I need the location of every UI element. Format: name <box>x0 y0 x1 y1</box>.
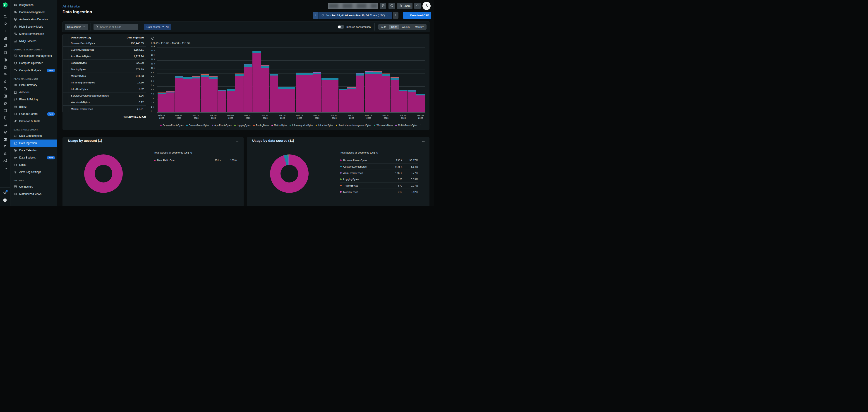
table-row[interactable]: LoggingBytes825.90 <box>63 60 146 66</box>
home-icon[interactable] <box>3 22 7 26</box>
segment-row-metricsbytes[interactable]: MetricsBytes3120.12% <box>340 189 418 195</box>
ingestion-bar-chart[interactable] <box>157 47 425 112</box>
sidebar-item-integrations[interactable]: Integrations <box>10 1 57 9</box>
bar-mar-22[interactable] <box>347 87 356 112</box>
legend-scroll-chevron-right-icon[interactable] <box>420 124 422 127</box>
chart-options-menu[interactable] <box>422 36 425 41</box>
bar-mar-14[interactable] <box>278 87 287 112</box>
sidebar-item-data-ingestion[interactable]: Data Ingestion <box>10 139 57 147</box>
legend-item-servicelevelsmanagementbytes[interactable]: ServiceLevelsManagementBytes <box>336 124 372 127</box>
table-row[interactable]: TracingBytes671.79 <box>63 66 146 73</box>
bar-mar-08[interactable] <box>227 89 235 112</box>
bar-mar-11[interactable] <box>252 50 261 112</box>
bar-mar-24[interactable] <box>365 71 373 112</box>
screen-cast-icon[interactable] <box>3 137 7 142</box>
legend-item-apmeventsbytes[interactable]: ApmEventsBytes <box>212 124 231 127</box>
sidebar-item-materialized-views[interactable]: Materialized views <box>10 191 57 198</box>
bar-mar-30[interactable] <box>416 94 425 112</box>
segment-row-tracingbytes[interactable]: TracingBytes6720.27% <box>340 182 418 189</box>
time-range-previous-button[interactable] <box>313 12 318 19</box>
browser-window-icon[interactable] <box>3 108 7 113</box>
bar-mar-25[interactable] <box>373 71 382 112</box>
legend-item-browsereventsbytes[interactable]: BrowserEventsBytes <box>160 124 184 127</box>
bar-feb-28[interactable] <box>158 93 166 112</box>
breadcrumb[interactable]: Administration <box>62 5 80 8</box>
document-icon[interactable] <box>3 65 7 69</box>
bar-mar-13[interactable] <box>270 74 278 112</box>
bar-mar-07[interactable] <box>218 90 226 112</box>
account-card-options-menu[interactable] <box>236 139 240 144</box>
announcements-icon[interactable] <box>3 191 7 195</box>
data-source-dropdown[interactable]: Data source <box>65 24 88 30</box>
sidebar-item-consumption-management[interactable]: Consumption Management <box>10 52 57 60</box>
legend-item-customeventsbytes[interactable]: CustomEventsBytes <box>186 124 209 127</box>
apps-grid-icon[interactable] <box>3 36 7 40</box>
legend-item-tracingbytes[interactable]: TracingBytes <box>253 124 269 127</box>
layers-icon[interactable] <box>3 130 7 134</box>
info-icon[interactable] <box>151 37 154 41</box>
copy-link-button[interactable] <box>414 3 421 9</box>
columns-icon[interactable] <box>3 94 7 98</box>
sidebar-item-previews-trials[interactable]: Previews & Trials <box>10 117 57 125</box>
bar-mar-06[interactable] <box>209 76 218 112</box>
segment-row-new-relic-one[interactable]: New Relic One251 k100% <box>154 157 237 164</box>
sidebar-item-authentication-domains[interactable]: Authentication Domains <box>10 16 57 23</box>
share-nodes-icon[interactable] <box>3 152 7 156</box>
sidebar-item-domain-management[interactable]: Domain Management <box>10 9 57 16</box>
user-avatar[interactable] <box>3 198 7 202</box>
ai-assistant-button[interactable] <box>423 2 431 10</box>
account-donut-chart[interactable] <box>84 154 123 193</box>
cloud-cost-icon[interactable] <box>3 159 7 163</box>
bar-mar-01[interactable] <box>166 91 175 112</box>
sidebar-item-compute-budgets[interactable]: Compute BudgetsNew <box>10 67 57 74</box>
segment-row-browsereventsbytes[interactable]: BrowserEventsBytes238 k95.17% <box>340 157 418 164</box>
table-row[interactable]: MetricsBytes311.53 <box>63 73 146 79</box>
table-row[interactable]: MobileEventsBytes< 0.01 <box>63 106 146 112</box>
bar-mar-10[interactable] <box>244 64 252 112</box>
bar-mar-02[interactable] <box>175 76 183 112</box>
table-row[interactable]: BrowserEventsBytes238,446.05 <box>63 40 146 46</box>
bar-mar-04[interactable] <box>192 76 200 112</box>
bar-mar-15[interactable] <box>287 87 295 112</box>
legend-item-workloadsbytes[interactable]: WorkloadsBytes <box>374 124 393 127</box>
table-row[interactable]: CustomEventsBytes8,354.81 <box>63 46 146 53</box>
inbox-icon[interactable] <box>3 123 7 127</box>
table-row[interactable]: InfraHostBytes2.02 <box>63 86 146 93</box>
sidebar-item-add-ons[interactable]: Add-ons <box>10 89 57 96</box>
feedback-button[interactable] <box>380 3 386 9</box>
search-icon[interactable] <box>3 14 7 19</box>
bar-mar-05[interactable] <box>200 74 209 112</box>
legend-item-metricsbytes[interactable]: MetricsBytes <box>272 124 287 127</box>
new-relic-logo-icon[interactable] <box>2 2 8 8</box>
bar-mar-19[interactable] <box>321 78 330 112</box>
bar-mar-29[interactable] <box>408 90 416 112</box>
legend-item-loggingbytes[interactable]: LoggingBytes <box>234 124 251 127</box>
bar-mar-09[interactable] <box>235 73 244 112</box>
bar-mar-03[interactable] <box>183 77 192 112</box>
time-range-next-button[interactable] <box>393 12 399 19</box>
help-button[interactable] <box>389 3 395 9</box>
workflow-icon[interactable] <box>3 145 7 149</box>
sidebar-item-plan-summary[interactable]: Plan Summary <box>10 81 57 89</box>
globe-icon[interactable] <box>3 58 7 62</box>
bar-mar-12[interactable] <box>261 65 270 112</box>
ai-assistant-icon[interactable] <box>3 79 7 84</box>
account-name-pill[interactable] <box>328 3 378 9</box>
sidebar-item-metric-normalization[interactable]: Metric Normalization <box>10 30 57 38</box>
target-icon[interactable] <box>3 101 7 105</box>
segment-row-loggingbytes[interactable]: LoggingBytes8260.33% <box>340 176 418 182</box>
sidebar-item-limits[interactable]: Limits <box>10 161 57 168</box>
data-ingested-column-header[interactable]: Data ingested <box>125 35 146 40</box>
bar-mar-21[interactable] <box>339 89 347 112</box>
sidebar-item-data-retention[interactable]: Data Retention <box>10 147 57 154</box>
sidebar-item-data-consumption[interactable]: Data Consumption <box>10 132 57 139</box>
bar-mar-23[interactable] <box>356 73 364 112</box>
bar-mar-27[interactable] <box>391 77 399 112</box>
plus-icon[interactable] <box>3 29 7 33</box>
segment-row-customeventsbytes[interactable]: CustomEventsBytes8.35 k3.33% <box>340 164 418 170</box>
source-card-options-menu[interactable] <box>422 139 425 144</box>
bar-mar-16[interactable] <box>296 73 304 112</box>
granularity-option-monthly[interactable]: Monthly <box>412 25 426 29</box>
alert-icon[interactable] <box>3 87 7 91</box>
legend-item-mobileeventsbytes[interactable]: MobileEventsBytes <box>395 124 417 127</box>
